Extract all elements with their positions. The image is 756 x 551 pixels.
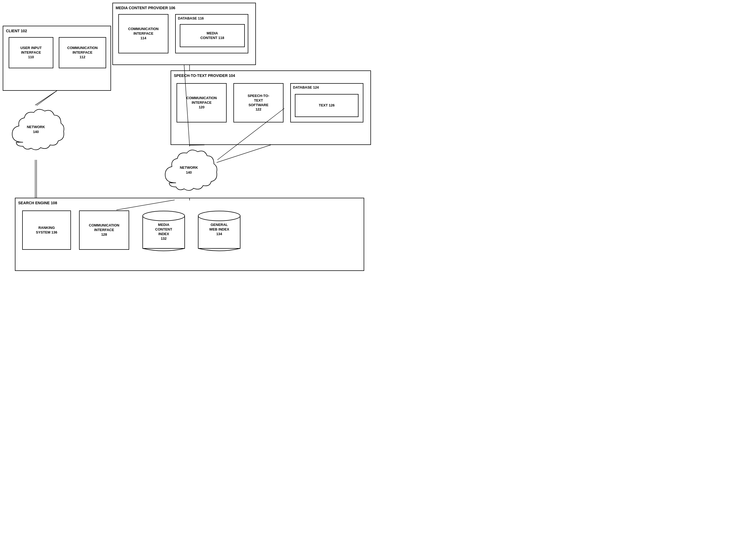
svg-line-5	[217, 145, 271, 162]
comm-interface-128-box: COMMUNICATIONINTERFACE128	[79, 210, 129, 250]
text-126-box: TEXT 126	[295, 94, 359, 117]
ranking-system-label: RANKINGSYSTEM 136	[36, 226, 57, 235]
comm-interface-112-box: COMMUNICATIONINTERFACE112	[59, 37, 106, 68]
svg-line-0	[37, 91, 57, 106]
network-left-label: NETWORK140	[7, 125, 65, 134]
comm-interface-120-box: COMMUNICATIONINTERFACE120	[177, 83, 227, 122]
ranking-system-box: RANKINGSYSTEM 136	[22, 210, 71, 250]
database-116-box: DATABASE 116 MEDIACONTENT 118	[175, 14, 248, 53]
speech-to-text-software-box: SPEECH-TO-TEXTSOFTWARE122	[233, 83, 283, 122]
user-input-interface-label: USER INPUTINTERFACE110	[20, 46, 42, 60]
media-content-118-label: MEDIACONTENT 118	[200, 31, 224, 40]
media-content-provider-box: MEDIA CONTENT PROVIDER 106 COMMUNICATION…	[112, 3, 256, 65]
client-box: CLIENT 102 USER INPUTINTERFACE110 COMMUN…	[3, 26, 111, 91]
database-116-label: DATABASE 116	[178, 16, 204, 21]
comm-interface-114-box: COMMUNICATIONINTERFACE114	[118, 14, 168, 53]
text-126-label: TEXT 126	[319, 103, 335, 108]
network-right-label: NETWORK140	[160, 165, 218, 175]
comm-interface-128-label: COMMUNICATIONINTERFACE128	[89, 223, 119, 237]
search-engine-label: SEARCH ENGINE 108	[18, 200, 57, 205]
media-content-provider-label: MEDIA CONTENT PROVIDER 106	[116, 5, 175, 10]
svg-point-10	[198, 211, 240, 221]
comm-interface-112-label: COMMUNICATIONINTERFACE112	[67, 46, 97, 60]
media-content-118-box: MEDIACONTENT 118	[180, 24, 245, 47]
diagram-container: CLIENT 102 USER INPUTINTERFACE110 COMMUN…	[0, 0, 378, 276]
svg-line-11	[35, 91, 57, 105]
media-content-index-cylinder: MEDIACONTENTINDEX132	[140, 208, 187, 255]
network-cloud-right: NETWORK140	[160, 145, 218, 200]
network-cloud-left: NETWORK140	[7, 104, 65, 160]
svg-point-8	[143, 211, 185, 221]
comm-interface-114-label: COMMUNICATIONINTERFACE114	[128, 27, 158, 41]
speech-to-text-provider-label: SPEECH-TO-TEXT PROVIDER 104	[174, 73, 235, 78]
general-web-index-cylinder: GENERALWEB INDEX134	[195, 208, 243, 255]
search-engine-box: SEARCH ENGINE 108 RANKINGSYSTEM 136 COMM…	[15, 198, 364, 271]
comm-interface-120-label: COMMUNICATIONINTERFACE120	[186, 96, 217, 110]
speech-to-text-provider-box: SPEECH-TO-TEXT PROVIDER 104 COMMUNICATIO…	[171, 70, 371, 145]
client-label: CLIENT 102	[6, 28, 27, 33]
speech-to-text-software-label: SPEECH-TO-TEXTSOFTWARE122	[248, 94, 269, 112]
database-124-box: DATABASE 124 TEXT 126	[290, 83, 363, 122]
database-124-label: DATABASE 124	[293, 85, 319, 90]
user-input-interface-box: USER INPUTINTERFACE110	[9, 37, 53, 68]
